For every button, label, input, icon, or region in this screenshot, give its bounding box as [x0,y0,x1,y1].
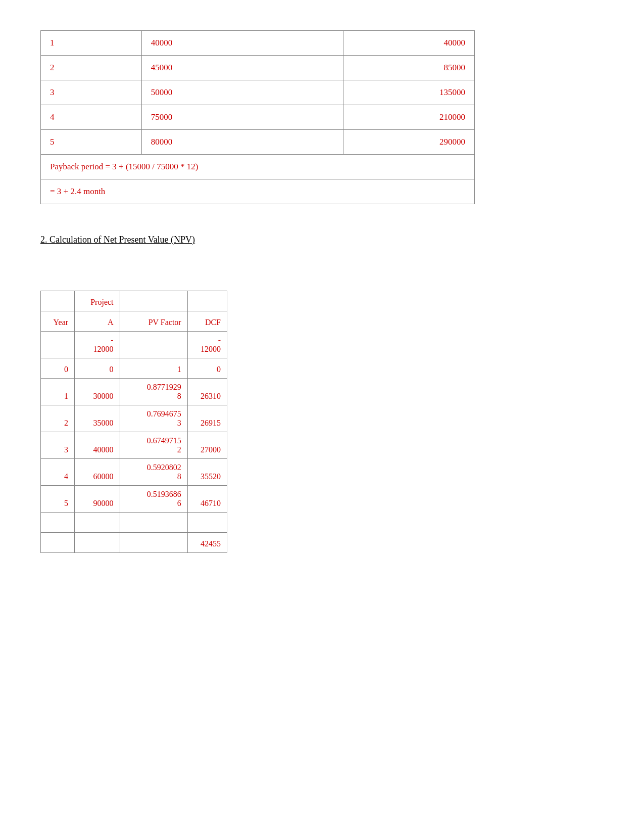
year-cell: 2 [41,56,142,80]
npv-dcf-cell: 42455 [187,533,227,553]
cashflow-cell: 75000 [141,105,343,130]
npv-h1-dcf [187,291,227,311]
table-row: 5 80000 290000 [41,130,475,155]
npv-data-row: 4 60000 0.59208028 35520 [41,459,227,486]
table-row: 4 75000 210000 [41,105,475,130]
npv-data-row: 5 90000 0.51936866 46710 [41,486,227,513]
npv-project-cell: 30000 [75,379,120,405]
npv-data-row: 0 0 1 0 [41,358,227,379]
year-cell: 4 [41,105,142,130]
npv-project-cell: 0 [75,358,120,379]
npv-pv-cell: 1 [120,358,187,379]
npv-dcf-cell: 35520 [187,459,227,486]
npv-dcf-cell: 26915 [187,405,227,432]
cumulative-cell: 40000 [343,31,475,56]
npv-pv-cell: 0.51936866 [120,486,187,513]
npv-data-row: -12000 -12000 [41,332,227,358]
npv-project-cell: 90000 [75,486,120,513]
npv-dcf-cell: 0 [187,358,227,379]
year-cell: 1 [41,31,142,56]
npv-project-cell: 60000 [75,459,120,486]
npv-year-cell: 5 [41,486,75,513]
cumulative-cell: 135000 [343,80,475,105]
npv-h2-year: Year [41,311,75,332]
npv-year-cell: 0 [41,358,75,379]
npv-h1-project: Project [75,291,120,311]
npv-dcf-cell: 26310 [187,379,227,405]
cashflow-cell: 80000 [141,130,343,155]
npv-dcf-cell: -12000 [187,332,227,358]
formula-cell-2: = 3 + 2.4 month [41,179,475,204]
cumulative-cell: 210000 [343,105,475,130]
npv-year-cell: 3 [41,432,75,459]
npv-header-row-2: Year A PV Factor DCF [41,311,227,332]
npv-table: Project Year A PV Factor DCF -12000 -120… [40,291,227,553]
npv-h1-pv [120,291,187,311]
cashflow-cell: 40000 [141,31,343,56]
npv-h2-pv: PV Factor [120,311,187,332]
formula-row-2: = 3 + 2.4 month [41,179,475,204]
npv-year-cell [41,332,75,358]
cashflow-cell: 50000 [141,80,343,105]
npv-header-row-1: Project [41,291,227,311]
npv-h1-year [41,291,75,311]
npv-data-row: 2 35000 0.76946753 26915 [41,405,227,432]
npv-pv-cell: 0.87719298 [120,379,187,405]
year-cell: 5 [41,130,142,155]
npv-project-cell: 40000 [75,432,120,459]
npv-data-row: 42455 [41,533,227,553]
npv-project-cell: -12000 [75,332,120,358]
npv-data-row: 3 40000 0.67497152 27000 [41,432,227,459]
npv-project-cell [75,533,120,553]
npv-year-cell [41,513,75,533]
npv-pv-cell: 0.59208028 [120,459,187,486]
npv-pv-cell [120,332,187,358]
npv-pv-cell: 0.67497152 [120,432,187,459]
cashflow-cell: 45000 [141,56,343,80]
npv-pv-cell [120,513,187,533]
year-cell: 3 [41,80,142,105]
npv-data-row: 1 30000 0.87719298 26310 [41,379,227,405]
table-row: 2 45000 85000 [41,56,475,80]
npv-project-cell [75,513,120,533]
formula-cell-1: Payback period = 3 + (15000 / 75000 * 12… [41,155,475,179]
npv-dcf-cell: 46710 [187,486,227,513]
npv-year-cell: 4 [41,459,75,486]
payback-table: 1 40000 40000 2 45000 85000 3 50000 1350… [40,30,475,204]
npv-pv-cell: 0.76946753 [120,405,187,432]
npv-year-cell: 1 [41,379,75,405]
npv-dcf-cell: 27000 [187,432,227,459]
npv-section-title: 2. Calculation of Net Present Value (NPV… [40,235,604,245]
table-row: 1 40000 40000 [41,31,475,56]
npv-project-cell: 35000 [75,405,120,432]
npv-h2-a: A [75,311,120,332]
table-row: 3 50000 135000 [41,80,475,105]
formula-row-1: Payback period = 3 + (15000 / 75000 * 12… [41,155,475,179]
npv-year-cell [41,533,75,553]
npv-h2-dcf: DCF [187,311,227,332]
npv-data-row [41,513,227,533]
npv-dcf-cell [187,513,227,533]
cumulative-cell: 290000 [343,130,475,155]
cumulative-cell: 85000 [343,56,475,80]
npv-year-cell: 2 [41,405,75,432]
npv-pv-cell [120,533,187,553]
